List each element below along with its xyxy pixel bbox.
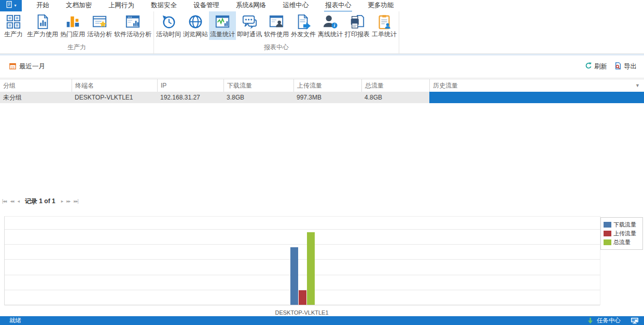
clock-icon (161, 14, 176, 30)
software-activity-icon (125, 14, 141, 30)
legend-swatch (604, 239, 611, 245)
column-header-total[interactable]: 总流量 (361, 79, 429, 92)
tab-label: 系统&网络 (235, 0, 267, 12)
tab-label: 设备管理 (192, 0, 220, 12)
record-count-label: 记录 1 of 1 (25, 197, 55, 206)
doc-chart-icon (35, 14, 50, 30)
bar-下载流量[interactable] (290, 247, 298, 305)
legend-item: 下载流量 (604, 221, 640, 229)
ribbon-item-grid[interactable]: 生产力 (1, 11, 26, 40)
column-header-terminal[interactable]: 终端名 (72, 79, 157, 92)
tab-5[interactable]: 设备管理 (185, 0, 228, 11)
column-header-download[interactable]: 下载流量 (223, 79, 293, 92)
ribbon-item-clock[interactable]: 活动时间 (155, 11, 182, 40)
ribbon-item-software-user[interactable]: 软件使用 (263, 11, 290, 40)
tab-label: 更多功能 (367, 0, 395, 12)
task-center-button[interactable]: 任务中心 (597, 317, 621, 324)
ribbon-item-printer[interactable]: 打印报表 (344, 11, 371, 40)
status-bar-right: 任务中心 (587, 317, 639, 324)
ribbon-group: 活动时间浏览网站流量统计即时通讯软件使用外发文件i离线统计打印报表工单统计报表中… (154, 11, 399, 53)
column-header-ip[interactable]: IP (157, 79, 223, 92)
app-menu-button[interactable]: ▾ (0, 0, 22, 11)
bar-上传流量[interactable] (299, 290, 306, 305)
refresh-button[interactable]: 刷新 (585, 62, 607, 71)
ribbon-item-label: 活动分析 (87, 30, 112, 39)
filter-bar: 23 最近一月 刷新 导出 (0, 55, 644, 78)
ribbon-item-label: 浏览网站 (183, 30, 208, 39)
tab-label: 运维中心 (282, 0, 310, 12)
ribbon-item-doc-chart[interactable]: 生产力使用 (26, 11, 59, 40)
ribbon-item-software-activity[interactable]: 软件活动分析 (113, 11, 152, 40)
ribbon-item-label: 热门应用 (60, 30, 85, 39)
ribbon-item-label: 即时通讯 (237, 30, 262, 39)
ribbon-item-label: 外发文件 (291, 30, 316, 39)
table-header-row: 分组终端名IP下载流量上传流量总流量历史流量▼ (0, 79, 644, 92)
tab-7[interactable]: 运维中心 (274, 0, 317, 11)
grid-icon (6, 14, 21, 30)
fast-backward-button[interactable]: ◂◂ (10, 199, 13, 204)
next-page-button[interactable]: ▸ (61, 199, 63, 204)
legend-item: 总流量 (604, 238, 640, 246)
chat-icon (242, 14, 257, 30)
pagination: |◂◂ ◂◂ ◂ 记录 1 of 1 ▸ ▸▸ ▸▸| (0, 196, 644, 206)
table-body: 未分组DESKTOP-VLKTLE1192.168.31.273.8GB997.… (0, 92, 644, 103)
tab-9[interactable]: 更多功能 (359, 0, 402, 11)
ribbon-item-offline[interactable]: i离线统计 (317, 11, 344, 40)
chart-gridline (5, 244, 600, 245)
previous-page-button[interactable]: ◂ (17, 199, 19, 204)
date-range-filter[interactable]: 23 最近一月 (9, 62, 45, 71)
workorder-icon (376, 14, 392, 30)
activity-star-icon (92, 14, 107, 30)
tab-3[interactable]: 上网行为 (100, 0, 143, 11)
ribbon-item-chat[interactable]: 即时通讯 (236, 11, 263, 40)
cell-group: 未分组 (0, 92, 72, 103)
monitor-icon[interactable] (631, 317, 639, 324)
column-header-group[interactable]: 分组 (0, 79, 72, 92)
ribbon-item-label: 生产力使用 (27, 30, 58, 39)
export-button[interactable]: 导出 (614, 62, 637, 71)
column-header-label: 终端名 (75, 81, 94, 90)
column-header-label: 下载流量 (227, 81, 252, 90)
legend-label: 总流量 (613, 238, 631, 246)
last-left-page-button[interactable]: |◂◂ (2, 199, 6, 204)
column-filter-dropdown-icon[interactable]: ▼ (635, 83, 640, 88)
tab-4[interactable]: 数据安全 (143, 0, 185, 11)
ribbon-item-activity-star[interactable]: 活动分析 (86, 11, 113, 40)
cell-terminal: DESKTOP-VLKTLE1 (72, 92, 157, 103)
traffic-bar-chart: DESKTOP-VLKTLE1 下载流量上传流量总流量 (0, 211, 644, 316)
chevron-down-icon: ▾ (14, 4, 16, 8)
tab-6[interactable]: 系统&网络 (228, 0, 274, 11)
ribbon-item-hot-apps[interactable]: 热门应用 (59, 11, 86, 40)
ribbon-item-label: 生产力 (4, 30, 23, 39)
tab-2[interactable]: 文档加密 (58, 0, 100, 11)
column-header-history[interactable]: 历史流量▼ (429, 79, 644, 92)
tab-8[interactable]: 报表中心 (317, 0, 359, 11)
bar-总流量[interactable] (307, 232, 315, 305)
last-right-page-button[interactable]: ▸▸| (74, 199, 78, 204)
fast-forward-button[interactable]: ▸▸ (66, 199, 70, 204)
ribbon-item-label: 工单统计 (372, 30, 397, 39)
ribbon-item-file-out[interactable]: 外发文件 (290, 11, 317, 40)
ribbon-item-label: 软件使用 (264, 30, 289, 39)
ribbon-tabs: 开始文档加密上网行为数据安全设备管理系统&网络运维中心报表中心更多功能 (28, 0, 402, 11)
legend-swatch (604, 231, 611, 236)
ribbon-item-traffic[interactable]: 流量统计 (209, 11, 236, 40)
globe-icon (188, 14, 203, 30)
column-header-upload[interactable]: 上传流量 (293, 79, 361, 92)
software-user-icon (269, 14, 284, 30)
history-traffic-bar (429, 92, 644, 103)
filter-actions: 刷新 导出 (585, 62, 637, 71)
cell-download: 3.8GB (223, 92, 293, 103)
refresh-icon (585, 62, 592, 71)
ribbon-item-globe[interactable]: 浏览网站 (182, 11, 209, 40)
chart-gridline (5, 259, 600, 260)
tab-1[interactable]: 开始 (28, 0, 58, 11)
ribbon-item-workorder[interactable]: 工单统计 (371, 11, 398, 40)
tab-label: 开始 (35, 0, 50, 12)
ribbon-group: 生产力生产力使用热门应用活动分析软件活动分析生产力 (0, 11, 154, 53)
refresh-label: 刷新 (594, 62, 607, 71)
ribbon-toolbar: 生产力生产力使用热门应用活动分析软件活动分析生产力活动时间浏览网站流量统计即时通… (0, 11, 644, 54)
table-row[interactable]: 未分组DESKTOP-VLKTLE1192.168.31.273.8GB997.… (0, 92, 644, 103)
cell-ip: 192.168.31.27 (157, 92, 223, 103)
column-header-label: 分组 (3, 81, 16, 90)
